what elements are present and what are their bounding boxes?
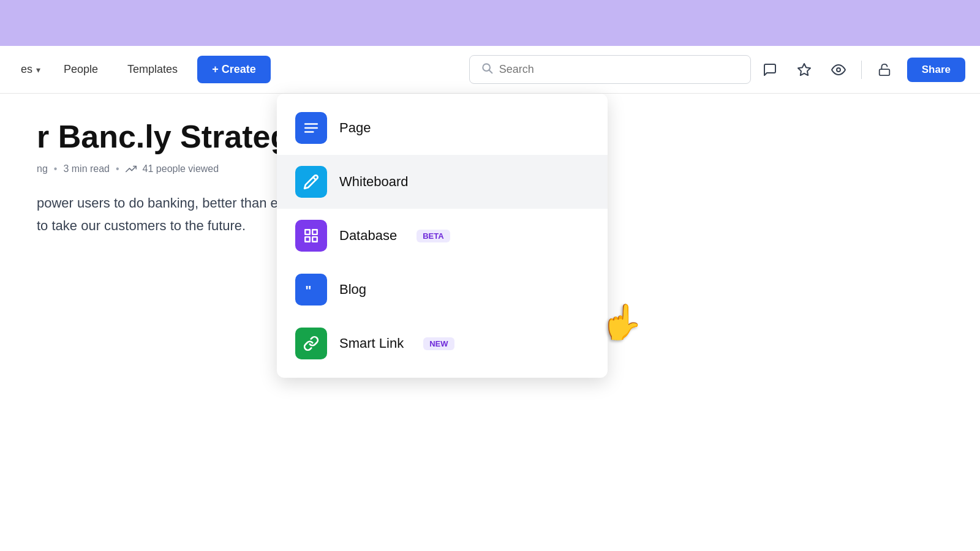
navbar: es ▾ People Templates + Create [0, 46, 980, 94]
svg-point-3 [837, 68, 840, 72]
dropdown-item-page[interactable]: Page [277, 101, 608, 155]
svg-rect-11 [305, 237, 310, 242]
whiteboard-label: Whiteboard [339, 174, 409, 190]
database-badge: BETA [417, 230, 450, 242]
dropdown-item-whiteboard[interactable]: Whiteboard [277, 155, 608, 209]
dropdown-item-blog[interactable]: " Blog [277, 263, 608, 317]
smartlink-icon [295, 328, 327, 359]
meta-dot1: • [54, 163, 58, 174]
trending-icon [126, 163, 137, 174]
page-label: Page [339, 120, 371, 136]
action-icons: Share [758, 58, 965, 82]
svg-line-1 [489, 70, 492, 73]
dropdown-item-database[interactable]: Database BETA [277, 209, 608, 263]
lock-icon[interactable] [873, 58, 896, 81]
meta-dot2: • [116, 163, 119, 174]
chevron-down-icon: ▾ [36, 65, 40, 75]
smartlink-badge: NEW [423, 337, 454, 350]
comment-icon[interactable] [758, 58, 782, 81]
database-label: Database [339, 228, 397, 244]
divider [861, 61, 862, 79]
nav-right: Share [469, 55, 980, 84]
svg-rect-8 [305, 230, 310, 234]
share-button[interactable]: Share [907, 58, 965, 82]
nav-people[interactable]: People [49, 58, 113, 81]
star-icon[interactable] [793, 58, 816, 81]
blog-icon: " [295, 274, 327, 305]
eye-icon[interactable] [827, 58, 850, 81]
search-icon [481, 62, 493, 77]
smartlink-label: Smart Link [339, 335, 404, 351]
meta-read: 3 min read [63, 163, 110, 174]
database-icon [295, 220, 327, 252]
blog-label: Blog [339, 282, 366, 298]
dropdown-item-smartlink[interactable]: Smart Link NEW [277, 317, 608, 370]
svg-rect-4 [880, 69, 890, 75]
nav-spaces[interactable]: es ▾ [12, 58, 49, 81]
nav-left: es ▾ People Templates + Create [12, 56, 271, 83]
desc-line2: to take our customers to the future. [37, 218, 246, 233]
meta-views: 41 people viewed [143, 163, 219, 174]
search-input[interactable] [499, 63, 739, 76]
whiteboard-icon [295, 166, 327, 198]
search-box[interactable] [469, 55, 751, 84]
create-button[interactable]: + Create [197, 56, 271, 83]
meta-author: ng [37, 163, 48, 174]
top-banner [0, 0, 980, 46]
svg-rect-9 [312, 230, 317, 234]
spaces-label: es [21, 63, 32, 76]
svg-text:": " [305, 283, 311, 298]
create-dropdown: Page Whiteboard Database BETA " [277, 94, 608, 378]
svg-rect-10 [312, 237, 317, 242]
nav-templates[interactable]: Templates [113, 58, 192, 81]
svg-marker-2 [798, 64, 810, 75]
page-icon [295, 112, 327, 144]
